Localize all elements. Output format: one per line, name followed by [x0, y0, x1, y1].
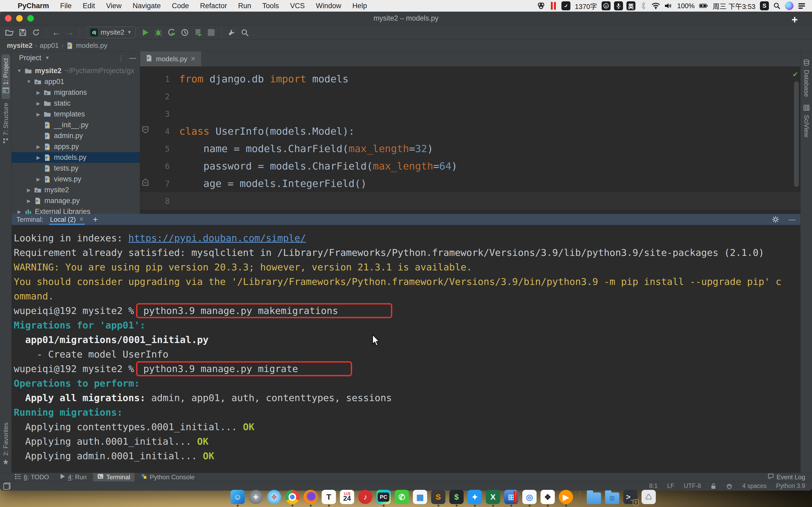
collapsed-arrow-icon[interactable]: ▶ [24, 198, 33, 204]
dock-item-netease-music[interactable]: ♪ [358, 490, 372, 506]
hector-inspector-icon[interactable] [726, 483, 733, 490]
status-text[interactable]: 100% [676, 2, 696, 10]
toggle-toolwindows-icon[interactable] [3, 483, 11, 490]
launchpad-icon[interactable]: ✦ [249, 490, 263, 504]
coverage-button[interactable] [166, 27, 177, 38]
tree-item---init---py[interactable]: __init__.py [12, 120, 140, 130]
safari-icon[interactable]: ✧ [267, 490, 281, 504]
spotlight-icon[interactable] [772, 1, 781, 10]
menu-edit[interactable]: Edit [77, 2, 101, 10]
breadcrumb-item-models.py[interactable]: models.py [76, 42, 108, 50]
menu-help[interactable]: Help [347, 2, 373, 10]
editor-tab-models-py[interactable]: models.py ✕ [140, 52, 201, 66]
menu-run[interactable]: Run [233, 2, 257, 10]
control-center-icon[interactable] [797, 1, 806, 10]
sync-button[interactable] [30, 27, 42, 38]
dock-item-tv-app[interactable]: ▶ [559, 490, 573, 506]
wifi-icon[interactable] [651, 1, 660, 10]
tree-item-apps-py[interactable]: ▶apps.py [12, 141, 140, 152]
dock-item-safari[interactable]: ✧ [267, 490, 281, 506]
expanded-arrow-icon[interactable]: ▼ [15, 68, 24, 74]
chrome-icon[interactable] [285, 490, 300, 504]
status-text[interactable]: 1370字 [574, 1, 598, 11]
parallels-icon[interactable]: ⊞ [504, 490, 518, 504]
battery-icon[interactable] [699, 1, 708, 10]
dock-item-chrome[interactable] [285, 490, 300, 506]
dock-item-excel[interactable]: X [486, 490, 500, 506]
hide-panel-icon[interactable]: — [129, 54, 136, 62]
collapsed-arrow-icon[interactable]: ▶ [24, 187, 33, 193]
sublime-text-icon[interactable]: S [431, 490, 445, 504]
circles-icon[interactable] [537, 1, 546, 10]
toolwindow-button-terminal[interactable]: Terminal [93, 473, 135, 482]
menu-vcs[interactable]: VCS [285, 2, 310, 10]
terminal-gear-icon[interactable] [772, 216, 779, 223]
toolwindow-button-todo[interactable]: 6: TODO [11, 473, 53, 482]
tree-item-templates[interactable]: ▶templates [12, 109, 140, 120]
firefox-icon[interactable] [303, 490, 318, 504]
dock-item-firefox[interactable] [303, 490, 318, 506]
emoji-input-icon[interactable] [602, 1, 611, 10]
terminal-output[interactable]: Looking in indexes: https://pypi.douban.… [12, 225, 800, 473]
tree-item-migrations[interactable]: ▶migrations [12, 87, 140, 98]
tree-item-tests-py[interactable]: tests.py [12, 163, 140, 174]
status-text[interactable]: 周三 下午3:53 [712, 1, 757, 11]
terminal-icon[interactable]: $ [449, 490, 464, 504]
sogou-icon[interactable]: S [760, 1, 769, 10]
close-tab-icon[interactable]: ✕ [191, 55, 196, 63]
tree-item-manage-py[interactable]: ▶manage.py [12, 195, 140, 206]
collapsed-arrow-icon[interactable]: ▶ [34, 176, 43, 182]
keynote-icon[interactable]: ▦ [413, 490, 427, 504]
search-button[interactable] [239, 27, 251, 38]
parallels-pause-icon[interactable] [549, 1, 558, 10]
debug-button[interactable] [153, 27, 164, 38]
indent-setting[interactable]: 4 spaces [742, 483, 767, 490]
tree-item-app01[interactable]: ▼app01 [12, 76, 140, 87]
line-ending[interactable]: LF [667, 483, 674, 490]
python-interpreter[interactable]: Python 3.9 [776, 483, 805, 490]
profiler-button[interactable] [179, 27, 191, 38]
typora-icon[interactable]: T [322, 490, 336, 504]
dock-item-folder-downloads[interactable] [587, 490, 601, 506]
dock-item-folder-windows[interactable]: ⊞ [605, 490, 619, 506]
run-button[interactable] [139, 27, 151, 38]
stop-button[interactable] [205, 27, 217, 38]
tree-item-mysite2[interactable]: ▶mysite2 [12, 184, 140, 195]
cloud-app-icon[interactable]: ◎ [522, 490, 537, 504]
chevron-down-icon[interactable]: ▼ [45, 55, 50, 61]
dock-item-launchpad[interactable]: ✦ [249, 490, 263, 506]
save-all-button[interactable] [17, 27, 29, 38]
rerun-button[interactable] [192, 27, 204, 38]
menu-file[interactable]: File [55, 2, 78, 10]
dictation-mic-icon[interactable] [614, 1, 623, 10]
wechat-icon[interactable]: ✆ [395, 490, 409, 504]
dock-item-typora[interactable]: T [322, 490, 336, 506]
tree-item-mysite2[interactable]: ▼mysite2~/PycharmProjects/gx [12, 65, 140, 76]
calendar-icon[interactable]: 11月24 [340, 490, 354, 504]
toolwindow-button-run[interactable]: 4: Run [55, 473, 91, 482]
expanded-arrow-icon[interactable]: ▼ [24, 79, 33, 84]
collapsed-arrow-icon[interactable]: ▶ [34, 144, 43, 150]
siri-icon[interactable] [785, 1, 794, 10]
open-project-button[interactable] [4, 27, 15, 38]
dock-item-cloud-app[interactable]: ◎ [522, 490, 537, 506]
collapsed-arrow-icon[interactable]: ▶ [34, 101, 43, 106]
netease-music-icon[interactable]: ♪ [358, 490, 372, 504]
file-encoding[interactable]: UTF-8 [684, 483, 701, 490]
input-lang-icon[interactable]: 英 [626, 1, 636, 10]
dock-item-trash[interactable]: ♺ [642, 490, 656, 506]
tool-stripe-structure[interactable]: 7: Structure [2, 99, 10, 150]
volume-icon[interactable] [664, 1, 673, 10]
back-button[interactable]: ← [50, 27, 62, 38]
collapsed-arrow-icon[interactable]: ▶ [34, 155, 43, 161]
menu-tools[interactable]: Tools [257, 2, 285, 10]
dock-item-pycharm[interactable]: PC [376, 490, 391, 506]
terminal-tab-local[interactable]: Local (2) ✕ [48, 214, 86, 225]
tool-stripe-favorites[interactable]: 2: Favorites★ [2, 419, 10, 470]
menu-code[interactable]: Code [166, 2, 195, 10]
tool-stripe-project[interactable]: 1: Project [2, 54, 10, 99]
excel-icon[interactable]: X [486, 490, 500, 504]
tree-item-views-py[interactable]: ▶views.py [12, 174, 140, 184]
finder-icon[interactable]: ☺ [231, 490, 245, 504]
tie-app-icon[interactable]: ❖ [541, 490, 555, 504]
